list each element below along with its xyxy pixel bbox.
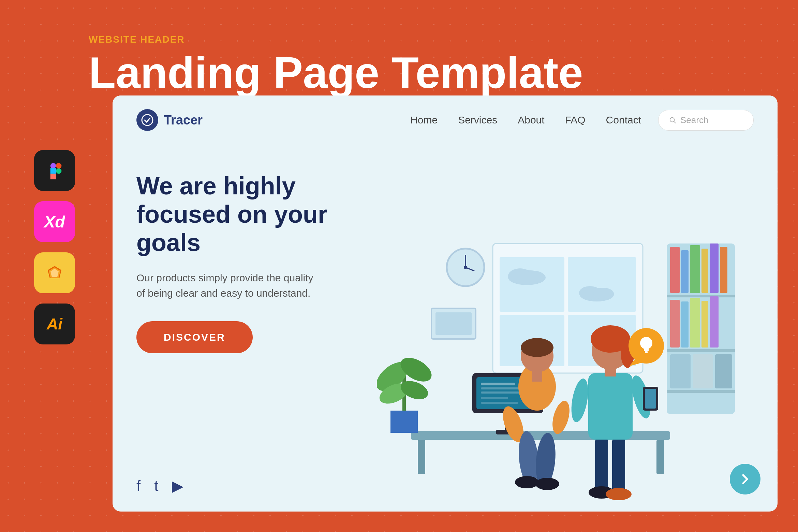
search-placeholder: Search [680, 115, 708, 125]
nav-links: Home Services About FAQ Contact [410, 114, 641, 126]
facebook-icon[interactable]: f [136, 477, 141, 494]
svg-rect-24 [701, 301, 708, 348]
search-icon [669, 116, 676, 124]
logo-icon [136, 109, 158, 131]
svg-rect-67 [532, 371, 542, 382]
svg-rect-1 [50, 168, 56, 174]
svg-rect-18 [701, 249, 708, 293]
social-icons: f t ▶ [136, 477, 183, 494]
svg-point-73 [535, 478, 559, 490]
svg-rect-28 [715, 354, 732, 388]
svg-rect-21 [670, 300, 680, 348]
hero-left: We are highly focused on your goals Our … [136, 158, 375, 506]
nav-home[interactable]: Home [410, 114, 438, 126]
svg-rect-4 [56, 163, 61, 168]
svg-point-2 [56, 168, 61, 174]
navbar: Tracer Home Services About FAQ Contact S… [113, 95, 778, 145]
svg-rect-78 [588, 373, 633, 440]
hero-svg [377, 240, 752, 506]
svg-rect-56 [481, 397, 508, 399]
svg-rect-58 [390, 411, 418, 433]
svg-point-36 [523, 271, 545, 283]
nav-contact[interactable]: Contact [606, 114, 641, 126]
nav-about[interactable]: About [518, 114, 544, 126]
svg-rect-90 [645, 351, 648, 353]
svg-rect-13 [667, 349, 735, 352]
svg-rect-57 [481, 402, 518, 404]
xd-icon[interactable]: Xd [34, 201, 75, 242]
svg-rect-85 [645, 389, 656, 409]
svg-rect-55 [481, 391, 522, 394]
website-header-label: WEBSITE HEADER [89, 34, 583, 45]
svg-rect-75 [612, 438, 625, 492]
discover-button[interactable]: DISCOVER [136, 321, 253, 353]
svg-rect-89 [644, 349, 649, 351]
svg-rect-16 [681, 250, 689, 293]
figma-icon[interactable] [34, 150, 75, 191]
svg-line-10 [674, 121, 676, 123]
svg-rect-27 [693, 354, 713, 388]
svg-rect-53 [481, 383, 515, 385]
logo-area: Tracer [136, 109, 203, 131]
svg-rect-17 [690, 245, 700, 293]
illustrator-icon[interactable]: Ai [34, 304, 75, 344]
tool-icons-panel: Xd Ai [34, 150, 75, 344]
svg-rect-47 [418, 440, 425, 474]
svg-rect-20 [720, 247, 727, 293]
svg-point-66 [521, 338, 553, 357]
svg-rect-23 [690, 298, 700, 348]
hero-section: We are highly focused on your goals Our … [113, 145, 778, 506]
hero-illustration [375, 158, 754, 506]
svg-rect-3 [50, 174, 56, 179]
svg-point-88 [640, 337, 652, 349]
sketch-icon[interactable] [34, 252, 75, 293]
svg-rect-0 [50, 163, 56, 168]
svg-rect-48 [656, 440, 664, 474]
svg-rect-82 [605, 368, 616, 376]
page-title: Landing Page Template [89, 48, 583, 97]
search-box[interactable]: Search [658, 110, 754, 131]
svg-point-9 [670, 118, 675, 122]
svg-point-39 [593, 288, 614, 299]
svg-rect-26 [670, 354, 691, 388]
svg-rect-19 [710, 243, 719, 293]
next-arrow-button[interactable] [730, 464, 760, 494]
hero-subtext: Our products simply provide the quality … [136, 270, 321, 301]
svg-point-69 [549, 399, 573, 436]
svg-point-77 [606, 488, 632, 500]
svg-rect-15 [670, 247, 680, 293]
svg-point-61 [397, 353, 436, 386]
svg-rect-31 [568, 257, 636, 312]
svg-rect-45 [435, 312, 472, 335]
website-card: Tracer Home Services About FAQ Contact S… [113, 95, 778, 512]
svg-rect-25 [710, 296, 719, 348]
youtube-icon[interactable]: ▶ [172, 477, 183, 494]
logo-text: Tracer [164, 113, 203, 128]
nav-services[interactable]: Services [458, 114, 497, 126]
svg-rect-12 [667, 295, 735, 297]
svg-point-8 [142, 115, 153, 125]
svg-rect-22 [681, 301, 689, 348]
svg-point-72 [515, 476, 539, 488]
svg-rect-74 [595, 438, 608, 492]
twitter-icon[interactable]: t [154, 477, 158, 494]
nav-faq[interactable]: FAQ [565, 114, 586, 126]
svg-point-86 [568, 377, 591, 424]
hero-heading: We are highly focused on your goals [136, 172, 375, 256]
svg-rect-14 [667, 390, 735, 393]
